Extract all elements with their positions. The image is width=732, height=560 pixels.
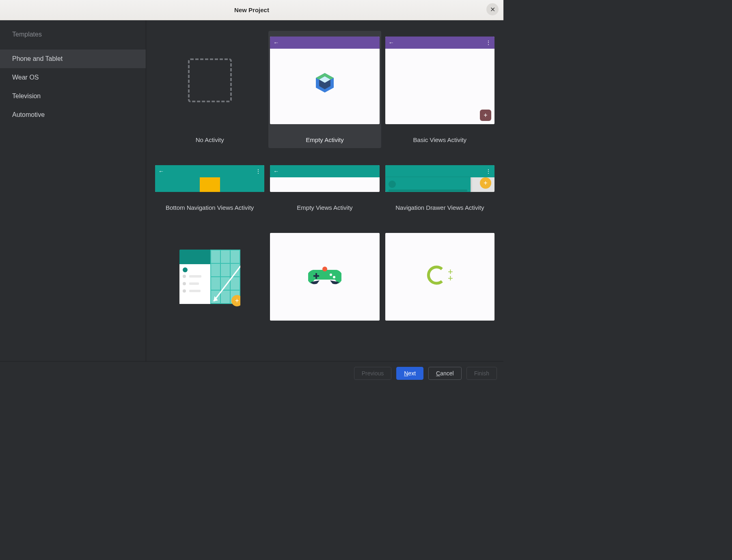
svg-rect-8 bbox=[313, 275, 319, 277]
dialog-title: New Project bbox=[234, 6, 269, 13]
template-preview: ← ⋮ bbox=[155, 165, 264, 192]
button-label: Previous bbox=[362, 370, 384, 377]
nav-drawer-icon bbox=[385, 177, 471, 192]
bottom-nav-icon bbox=[155, 177, 264, 192]
more-icon: ⋮ bbox=[255, 168, 261, 174]
template-empty-activity[interactable]: ← Empty Activity bbox=[268, 31, 381, 148]
template-bottom-navigation-views-activity[interactable]: ← ⋮ Bottom Navigation Views Activity bbox=[153, 159, 266, 216]
more-icon: ⋮ bbox=[486, 168, 491, 174]
template-native-cpp[interactable]: ++ bbox=[384, 227, 496, 331]
template-empty-views-activity[interactable]: ← Empty Views Activity bbox=[268, 159, 381, 216]
svg-point-10 bbox=[333, 276, 335, 278]
cancel-button[interactable]: Cancel bbox=[428, 367, 462, 380]
svg-line-4 bbox=[214, 255, 240, 301]
template-label: Bottom Navigation Views Activity bbox=[164, 201, 255, 214]
svg-point-9 bbox=[330, 274, 332, 276]
button-label: Finish bbox=[474, 370, 489, 377]
sidebar-item-wear-os[interactable]: Wear OS bbox=[0, 68, 146, 87]
close-icon: ✕ bbox=[490, 6, 495, 13]
template-preview: ← bbox=[270, 165, 379, 192]
back-arrow-icon: ← bbox=[273, 168, 279, 174]
template-responsive-views-activity[interactable]: + bbox=[153, 227, 266, 331]
button-label: Next bbox=[404, 370, 416, 377]
close-button[interactable]: ✕ bbox=[486, 3, 499, 15]
cpp-icon: ++ bbox=[427, 265, 453, 285]
next-button[interactable]: Next bbox=[396, 367, 423, 380]
sidebar-item-label: Wear OS bbox=[12, 74, 39, 81]
more-icon: ⋮ bbox=[486, 39, 491, 46]
back-arrow-icon: ← bbox=[273, 39, 279, 46]
app-bar: ← bbox=[270, 37, 379, 49]
template-basic-views-activity[interactable]: ← ⋮ + Basic Views Activity bbox=[384, 31, 496, 148]
template-label: Empty Views Activity bbox=[295, 201, 354, 214]
sidebar: Templates Phone and Tablet Wear OS Telev… bbox=[0, 20, 146, 361]
titlebar: New Project ✕ bbox=[0, 0, 503, 20]
finish-button: Finish bbox=[466, 367, 497, 380]
template-navigation-drawer-views-activity[interactable]: ⋮ bbox=[384, 159, 496, 216]
sidebar-item-label: Television bbox=[12, 93, 41, 99]
back-arrow-icon: ← bbox=[158, 168, 164, 174]
app-bar: ← bbox=[270, 165, 379, 177]
fab-icon: + bbox=[480, 177, 491, 189]
sidebar-item-automotive[interactable]: Automotive bbox=[0, 106, 146, 124]
template-preview: ⋮ bbox=[385, 165, 494, 192]
template-no-activity[interactable]: No Activity bbox=[153, 31, 266, 148]
app-bar: ← ⋮ bbox=[385, 37, 494, 49]
template-label: No Activity bbox=[194, 133, 226, 146]
template-preview: + bbox=[179, 233, 240, 321]
template-label: Navigation Drawer Views Activity bbox=[394, 201, 486, 214]
previous-button: Previous bbox=[354, 367, 391, 380]
sidebar-item-television[interactable]: Television bbox=[0, 87, 146, 106]
template-label: Empty Activity bbox=[304, 133, 345, 146]
jetpack-compose-icon bbox=[313, 71, 337, 95]
fab-icon: + bbox=[231, 295, 240, 306]
fab-icon: + bbox=[480, 110, 491, 121]
button-label: Cancel bbox=[436, 370, 454, 377]
template-grid-container: No Activity ← bbox=[146, 20, 503, 361]
template-preview bbox=[270, 233, 379, 321]
template-label: Basic Views Activity bbox=[412, 133, 468, 146]
app-bar: ⋮ bbox=[385, 165, 494, 177]
sidebar-header: Templates bbox=[0, 31, 146, 50]
template-game-activity[interactable] bbox=[268, 227, 381, 331]
app-bar: ← ⋮ bbox=[155, 165, 264, 177]
template-preview: ← bbox=[270, 37, 379, 124]
sidebar-item-phone-tablet[interactable]: Phone and Tablet bbox=[0, 50, 146, 68]
template-preview: ++ bbox=[385, 233, 494, 321]
template-preview: ← ⋮ + bbox=[385, 37, 494, 124]
footer: Previous Next Cancel Finish bbox=[0, 361, 503, 385]
content: Templates Phone and Tablet Wear OS Telev… bbox=[0, 20, 503, 361]
sidebar-item-label: Phone and Tablet bbox=[12, 55, 63, 62]
template-grid: No Activity ← bbox=[153, 31, 496, 331]
sidebar-item-label: Automotive bbox=[12, 111, 45, 118]
dashed-rect-icon bbox=[188, 58, 232, 102]
gamepad-icon bbox=[308, 265, 341, 285]
responsive-layout-icon: + bbox=[179, 250, 240, 304]
template-preview bbox=[179, 37, 240, 124]
back-arrow-icon: ← bbox=[389, 39, 394, 46]
svg-point-11 bbox=[322, 267, 327, 271]
